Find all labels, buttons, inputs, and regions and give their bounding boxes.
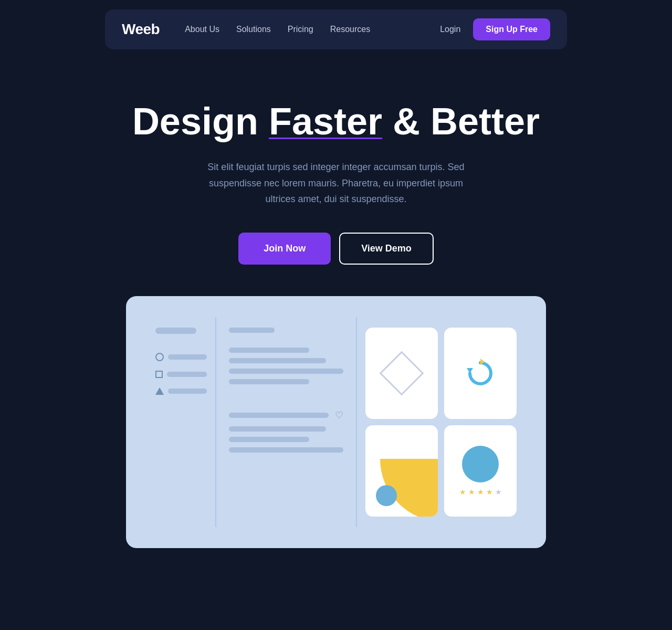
sidebar-line-3 (168, 388, 207, 394)
sidebar-line-2 (167, 372, 207, 377)
nav-pricing[interactable]: Pricing (288, 25, 313, 34)
signup-button[interactable]: Sign Up Free (473, 18, 550, 40)
center-bar-4 (229, 369, 343, 374)
star-3: ★ (477, 488, 484, 496)
sidebar-bar-top (155, 328, 196, 334)
refresh-icon (465, 358, 496, 389)
center-row-heart: ♡ (229, 410, 343, 421)
square-icon (155, 371, 163, 378)
star-4: ★ (486, 488, 493, 496)
hero-title: Design Faster & Better (10, 101, 662, 142)
join-now-button[interactable]: Join Now (238, 233, 331, 265)
center-bar-2 (229, 348, 309, 353)
center-bar-3 (229, 358, 326, 363)
circle-icon (155, 353, 164, 361)
sidebar-item-2 (155, 371, 207, 378)
star-5: ★ (495, 488, 502, 496)
hero-title-part1: Design (132, 100, 269, 142)
mockup-center: ♡ (215, 317, 357, 527)
center-bar-8 (229, 437, 309, 442)
center-bar-6 (229, 413, 329, 418)
star-1: ★ (459, 488, 466, 496)
center-bar-7 (229, 426, 326, 432)
sidebar-line-1 (168, 354, 207, 360)
navbar: Weeb About Us Solutions Pricing Resource… (105, 9, 567, 49)
design-card-refresh (444, 328, 517, 419)
nav-actions: Login Sign Up Free (440, 18, 550, 40)
center-bar-1 (229, 328, 275, 333)
nav-about-us[interactable]: About Us (185, 25, 219, 34)
view-demo-button[interactable]: View Demo (339, 233, 434, 265)
blue-circle-small (376, 485, 397, 506)
triangle-icon (155, 387, 164, 395)
hero-title-part2: & Better (382, 100, 540, 142)
center-bar-5 (229, 379, 309, 384)
nav-links: About Us Solutions Pricing Resources (185, 25, 440, 34)
hero-subtitle: Sit elit feugiat turpis sed integer inte… (205, 159, 467, 207)
quarter-circle-container (365, 425, 438, 517)
design-card-diamond (365, 328, 438, 419)
design-card-stars: ★ ★ ★ ★ ★ (444, 425, 517, 517)
hero-mockup: ♡ (126, 296, 546, 548)
mockup-sidebar (147, 317, 215, 527)
nav-solutions[interactable]: Solutions (236, 25, 271, 34)
sidebar-item-3 (155, 387, 207, 395)
login-button[interactable]: Login (440, 25, 460, 34)
big-blue-circle (462, 446, 499, 482)
hero-title-highlight: Faster (269, 100, 382, 142)
star-2: ★ (468, 488, 475, 496)
sidebar-item-1 (155, 353, 207, 361)
heart-icon: ♡ (335, 410, 343, 421)
diamond-shape (380, 351, 424, 396)
hero-buttons: Join Now View Demo (10, 233, 662, 265)
hero-section: Design Faster & Better Sit elit feugiat … (0, 59, 672, 569)
stars-rating: ★ ★ ★ ★ ★ (459, 488, 502, 496)
mockup-right: ★ ★ ★ ★ ★ (357, 317, 525, 527)
design-card-quarter (365, 425, 438, 517)
logo[interactable]: Weeb (122, 21, 160, 38)
svg-marker-0 (467, 368, 473, 373)
center-bar-9 (229, 447, 343, 453)
nav-resources[interactable]: Resources (330, 25, 370, 34)
